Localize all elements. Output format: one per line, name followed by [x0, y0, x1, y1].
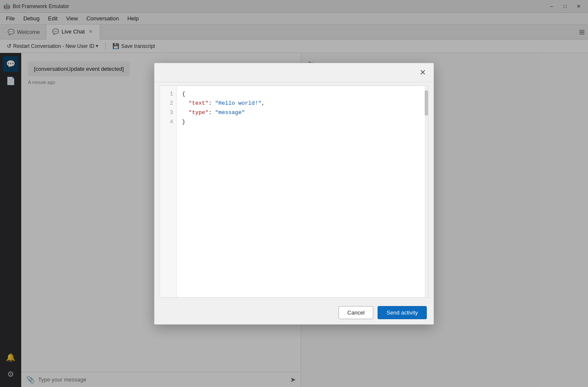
line-num-1: 1 — [160, 89, 176, 99]
modal-editor: 1 2 3 4 { "text": "Hello world!", "type"… — [160, 86, 428, 298]
line-num-4: 4 — [160, 117, 176, 127]
modal-overlay: ✕ 1 2 3 4 { "text": "Hello world!", "typ… — [0, 0, 588, 387]
line-num-3: 3 — [160, 108, 176, 117]
editor-line-numbers: 1 2 3 4 — [160, 86, 177, 297]
editor-content[interactable]: { "text": "Hello world!", "type": "messa… — [177, 86, 425, 297]
scrollbar-thumb — [425, 90, 428, 116]
send-activity-button[interactable]: Send activity — [378, 306, 427, 319]
modal-footer: Cancel Send activity — [154, 301, 434, 324]
send-activity-modal: ✕ 1 2 3 4 { "text": "Hello world!", "typ… — [154, 63, 434, 325]
cancel-button[interactable]: Cancel — [339, 306, 373, 319]
modal-header: ✕ — [154, 63, 434, 82]
modal-close-button[interactable]: ✕ — [417, 67, 428, 78]
line-num-2: 2 — [160, 99, 176, 108]
modal-scrollbar[interactable] — [425, 86, 428, 297]
